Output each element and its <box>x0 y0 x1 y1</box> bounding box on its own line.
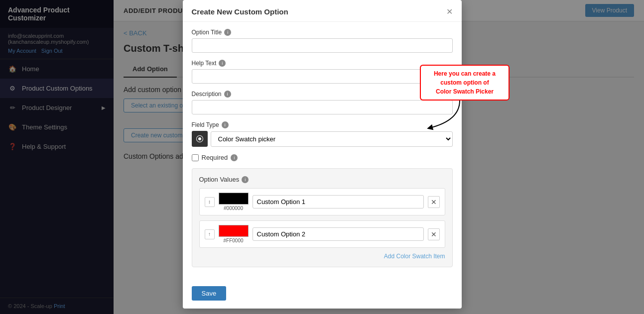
swatch-2-remove-button[interactable]: ✕ <box>428 228 440 240</box>
help-text-info-icon[interactable]: i <box>219 60 226 67</box>
option-title-input[interactable] <box>192 38 453 53</box>
option-title-label: Option Title i <box>192 29 453 36</box>
svg-point-1 <box>198 137 201 140</box>
description-group: Description i <box>192 91 453 114</box>
swatch-item-2: ↑ #FF0000 ✕ <box>199 220 445 248</box>
required-label: Required <box>202 154 228 161</box>
option-values-label: Option Values i <box>199 176 445 183</box>
modal-title: Create New Custom Option <box>192 7 288 16</box>
option-values-section: Option Values i ↕ #000000 ✕ ↑ <box>192 168 453 267</box>
help-text-group: Help Text i <box>192 60 453 84</box>
help-text-input[interactable] <box>192 69 453 84</box>
required-row: Required i <box>192 154 453 161</box>
modal-overlay: Create New Custom Option ✕ Here you can … <box>0 0 644 314</box>
modal-body: Here you can create a custom option of C… <box>183 22 462 281</box>
field-type-select[interactable]: Color Swatch picker Text Dropdown Checkb… <box>211 131 453 147</box>
swatch-2-name-input[interactable] <box>253 227 424 241</box>
swatch-2-move-button[interactable]: ↑ <box>205 229 215 239</box>
required-checkbox[interactable] <box>192 154 199 161</box>
option-title-info-icon[interactable]: i <box>224 29 231 36</box>
modal-header: Create New Custom Option ✕ <box>183 0 462 22</box>
swatch-item-1: ↕ #000000 ✕ <box>199 188 445 215</box>
description-input[interactable] <box>192 100 453 114</box>
option-values-info-icon[interactable]: i <box>242 176 249 183</box>
save-button[interactable]: Save <box>192 286 227 301</box>
field-type-info-icon[interactable]: i <box>222 121 229 128</box>
field-type-label: Field Type i <box>192 121 453 128</box>
field-type-group: Field Type i Color Swatch picker Text Dr… <box>192 121 453 147</box>
field-type-row: Color Swatch picker Text Dropdown Checkb… <box>192 131 453 147</box>
swatch-2-color-rect[interactable] <box>219 225 249 237</box>
description-info-icon[interactable]: i <box>224 91 231 98</box>
field-type-icon <box>192 131 208 147</box>
swatch-1-move-button[interactable]: ↕ <box>205 197 215 207</box>
description-label: Description i <box>192 91 453 98</box>
swatch-1-color-block: #000000 <box>219 193 249 211</box>
add-swatch-link[interactable]: Add Color Swatch Item <box>199 253 445 260</box>
swatch-1-color-rect[interactable] <box>219 193 249 205</box>
required-info-icon[interactable]: i <box>231 154 238 161</box>
swatch-2-color-code: #FF0000 <box>223 238 243 243</box>
option-title-group: Option Title i <box>192 29 453 53</box>
swatch-1-name-input[interactable] <box>253 195 424 209</box>
swatch-2-color-block: #FF0000 <box>219 225 249 243</box>
modal-footer: Save <box>183 281 462 309</box>
swatch-1-remove-button[interactable]: ✕ <box>428 196 440 208</box>
help-text-label: Help Text i <box>192 60 453 67</box>
modal-close-button[interactable]: ✕ <box>446 7 453 16</box>
modal: Create New Custom Option ✕ Here you can … <box>183 0 462 309</box>
swatch-1-color-code: #000000 <box>224 206 243 211</box>
